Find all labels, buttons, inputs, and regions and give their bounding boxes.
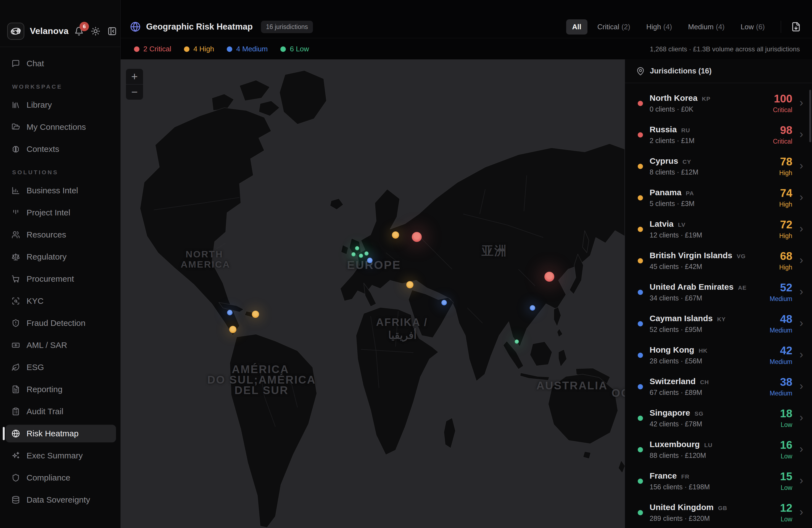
map-marker-switzerland[interactable] [367, 258, 373, 263]
jurisdiction-row-british-virgin-islands[interactable]: British Virgin IslandsVG45 clients · £42… [638, 246, 805, 275]
sidebar-section-solutions: Solutions [12, 169, 120, 176]
jurisdiction-row-france[interactable]: FranceFR156 clients · £198M15Low› [638, 466, 805, 496]
sidebar-item-aml-sar[interactable]: AML / SAR [5, 336, 116, 354]
chevron-right-icon: › [797, 506, 805, 519]
sidebar-item-fraud-detection[interactable]: Fraud Detection [5, 314, 116, 332]
jurisdiction-row-latvia[interactable]: LatviaLV12 clients · £19M72High› [638, 215, 805, 244]
sidebar-item-reporting[interactable]: Reporting [5, 381, 116, 398]
sidebar-item-esg[interactable]: ESG [5, 358, 116, 376]
globe-icon [130, 21, 141, 32]
sidebar-item-business-intel[interactable]: Business Intel [5, 182, 116, 200]
collapse-sidebar-icon[interactable] [106, 25, 118, 37]
risk-score: 42 [770, 345, 793, 356]
sidebar-item-label: Resources [27, 230, 66, 239]
map-marker-luxembourg[interactable] [365, 252, 369, 256]
map-marker-north-korea[interactable] [545, 272, 554, 282]
filter-tab-low[interactable]: Low(6) [735, 19, 771, 34]
jurisdiction-row-luxembourg[interactable]: LuxembourgLU88 clients · £120M16Low› [638, 435, 805, 464]
sidebar-item-label: Data Sovereignty [27, 495, 90, 504]
jurisdiction-row-cayman-islands[interactable]: Cayman IslandsKY52 clients · £95M48Mediu… [638, 309, 805, 338]
map-marker-united-arab-emirates[interactable] [441, 300, 447, 305]
jurisdiction-score-block: 98Critical [773, 124, 792, 145]
sidebar-item-chat[interactable]: Chat [5, 55, 116, 72]
map-marker-france[interactable] [359, 254, 363, 258]
sidebar-item-resources[interactable]: Resources [5, 226, 116, 244]
velanova-logo-icon[interactable] [7, 23, 24, 40]
zoom-in-button[interactable]: + [126, 69, 143, 84]
map-marker-united-kingdom[interactable] [355, 246, 359, 250]
sidebar-item-regulatory[interactable]: Regulatory [5, 248, 116, 266]
zoom-out-button[interactable]: − [126, 84, 143, 100]
tab-count: (2) [621, 23, 630, 31]
jurisdiction-name: Russia [650, 125, 677, 134]
sidebar-item-risk-heatmap[interactable]: Risk Heatmap [5, 425, 116, 442]
map-region-label: EUROPE [347, 259, 401, 272]
risk-level: Critical [773, 138, 792, 145]
sidebar-item-contexts[interactable]: Contexts [5, 140, 116, 158]
theme-toggle-sun-icon[interactable] [89, 25, 102, 37]
legend-label: 4 Medium [236, 45, 267, 53]
map-marker-ireland[interactable] [352, 252, 356, 256]
sidebar-item-library[interactable]: Library [5, 96, 116, 114]
filter-tab-all[interactable]: All [566, 19, 588, 34]
jurisdiction-score-block: 52Medium [770, 282, 793, 303]
tab-count: (6) [756, 23, 765, 31]
file-text-icon [12, 385, 20, 394]
risk-dot-high [638, 227, 643, 232]
sidebar-item-compliance[interactable]: Compliance [5, 469, 116, 487]
risk-dot-low [638, 510, 643, 515]
chevron-right-icon: › [797, 475, 805, 487]
jurisdiction-row-cyprus[interactable]: CyprusCY8 clients · £12M78High› [638, 151, 805, 181]
risk-score: 18 [780, 408, 793, 419]
jurisdiction-row-north-korea[interactable]: North KoreaKP0 clients · £0K100Critical› [638, 89, 805, 118]
jurisdiction-info: RussiaRU2 clients · £1M [650, 125, 773, 145]
map-marker-singapore[interactable] [515, 340, 519, 344]
world-risk-map[interactable]: + − NORTHAMERICAEUROPE亚洲AFRIKA /أفريقياA… [121, 59, 625, 528]
jurisdiction-stats: 289 clients · £320M [650, 514, 780, 523]
jurisdiction-code: KY [717, 316, 726, 323]
jurisdictions-panel-header: Jurisdictions (16) [625, 59, 812, 83]
map-marker-cyprus[interactable] [406, 281, 414, 288]
risk-dot-high [638, 164, 643, 169]
sidebar-item-my-connections[interactable]: My Connections [5, 118, 116, 136]
jurisdiction-name: United Kingdom [650, 503, 714, 512]
sidebar-item-kyc[interactable]: KYC [5, 292, 116, 310]
map-marker-hong-kong[interactable] [530, 305, 535, 311]
jurisdiction-name: Singapore [650, 408, 690, 417]
cart-icon [12, 275, 20, 283]
filter-tab-medium[interactable]: Medium(4) [682, 19, 730, 34]
jurisdiction-row-hong-kong[interactable]: Hong KongHK28 clients · £56M42Medium› [638, 340, 805, 370]
sidebar-item-procurement[interactable]: Procurement [5, 270, 116, 288]
notifications-bell-icon[interactable]: 6 [73, 25, 85, 37]
jurisdiction-row-singapore[interactable]: SingaporeSG42 clients · £78M18Low› [638, 404, 805, 433]
map-marker-british-virgin-islands[interactable] [252, 311, 259, 318]
legend-label: 6 Low [290, 45, 309, 53]
sidebar-item-data-sovereignty[interactable]: Data Sovereignty [5, 491, 116, 509]
jurisdiction-row-switzerland[interactable]: SwitzerlandCH67 clients · £89M38Medium› [638, 372, 805, 401]
filter-tab-critical[interactable]: Critical(2) [591, 19, 636, 34]
sidebar-item-label: Project Intel [27, 208, 70, 217]
sparkles-icon [12, 452, 20, 460]
sidebar-item-exec-summary[interactable]: Exec Summary [5, 447, 116, 465]
jurisdiction-name: Cayman Islands [650, 314, 713, 323]
jurisdiction-row-panama[interactable]: PanamaPA5 clients · £3M74High› [638, 183, 805, 212]
jurisdiction-count-badge: 16 jurisdictions [261, 21, 313, 33]
map-marker-panama[interactable] [229, 326, 236, 333]
jurisdiction-row-united-kingdom[interactable]: United KingdomGB289 clients · £320M12Low… [638, 498, 805, 527]
sidebar-item-audit-trail[interactable]: Audit Trail [5, 402, 116, 420]
jurisdiction-row-russia[interactable]: RussiaRU2 clients · £1M98Critical› [638, 120, 805, 149]
jurisdiction-info: Hong KongHK28 clients · £56M [650, 345, 770, 365]
jurisdiction-info: United KingdomGB289 clients · £320M [650, 503, 780, 523]
notification-count-badge: 6 [79, 22, 89, 31]
jurisdiction-row-united-arab-emirates[interactable]: United Arab EmiratesAE34 clients · £67M5… [638, 278, 805, 307]
legend-item-medium: 4 Medium [227, 45, 267, 53]
filter-tab-high[interactable]: High(4) [640, 19, 678, 34]
sidebar-item-label: Fraud Detection [27, 318, 85, 328]
risk-dot-medium [638, 384, 643, 390]
map-marker-russia[interactable] [412, 232, 422, 242]
map-marker-latvia[interactable] [392, 231, 399, 239]
map-marker-cayman-islands[interactable] [227, 310, 233, 316]
panel-scrollbar[interactable] [809, 90, 811, 142]
export-download-icon[interactable] [791, 22, 801, 32]
sidebar-item-project-intel[interactable]: Project Intel [5, 204, 116, 221]
